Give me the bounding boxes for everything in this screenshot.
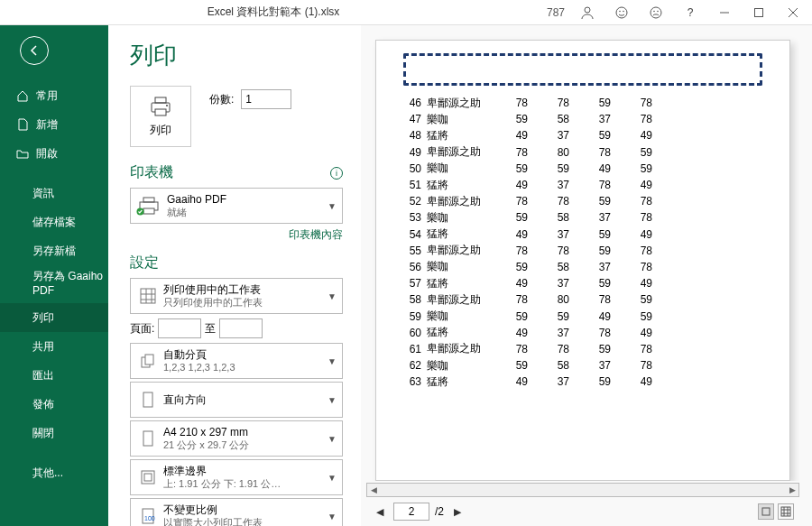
pages-from-label: 頁面: — [130, 321, 154, 337]
table-row: 51猛將49377849 — [403, 177, 762, 193]
sad-icon[interactable] — [641, 0, 671, 25]
svg-point-4 — [651, 7, 661, 18]
info-icon[interactable]: i — [330, 167, 343, 180]
table-row: 47樂咖59583778 — [403, 111, 762, 127]
chevron-down-icon: ▼ — [328, 291, 337, 301]
page-nav: ◀ /2 ▶ — [372, 503, 466, 521]
table-row: 57猛將49375949 — [403, 275, 762, 291]
printer-selector[interactable]: Gaaiho PDF 就緒 ▼ — [130, 188, 343, 224]
window-title: Excel 資料比對範本 (1).xlsx — [0, 5, 547, 20]
page-icon — [136, 429, 160, 448]
nav-share[interactable]: 共用 — [0, 332, 108, 361]
setting-paper[interactable]: A4 210 x 297 mm21 公分 x 29.7 公分 ▼ — [130, 420, 343, 457]
svg-rect-33 — [781, 507, 790, 516]
nav-close[interactable]: 關閉 — [0, 419, 108, 448]
setting-margins[interactable]: 標準邊界上: 1.91 公分 下: 1.91 公… ▼ — [130, 459, 343, 495]
chevron-down-icon: ▼ — [328, 434, 337, 444]
titlebar: Excel 資料比對範本 (1).xlsx 787 ? — [0, 0, 812, 25]
nav-new[interactable]: 新增 — [0, 110, 108, 139]
close-button[interactable] — [778, 0, 808, 25]
copies-label: 份數: — [209, 92, 234, 107]
file-icon — [16, 118, 29, 131]
table-row: 62樂咖59583778 — [403, 357, 762, 374]
back-button[interactable] — [20, 36, 49, 65]
pages-to-input[interactable] — [219, 318, 263, 338]
margins-icon — [136, 468, 160, 486]
nav-other[interactable]: 其他... — [0, 458, 108, 487]
account-icon[interactable] — [572, 0, 603, 25]
svg-point-1 — [616, 7, 627, 18]
table-row: 50樂咖59594959 — [403, 161, 762, 177]
printer-properties-link[interactable]: 印表機內容 — [130, 227, 343, 243]
account-number: 787 — [547, 6, 565, 19]
maximize-button[interactable] — [743, 0, 774, 25]
svg-rect-17 — [143, 208, 154, 214]
nav-open[interactable]: 開啟 — [0, 139, 108, 168]
preview-footer: ◀ /2 ▶ — [366, 497, 799, 526]
setting-scale[interactable]: 100 不變更比例以實際大小列印工作表 ▼ — [130, 498, 343, 526]
smile-icon[interactable] — [606, 0, 637, 25]
nav-saveas-pdf[interactable]: 另存為 Gaaiho PDF — [0, 265, 108, 303]
main: 常用 新增 開啟 資訊 儲存檔案 另存新檔 另存為 Gaaiho PDF 列印 … — [0, 25, 812, 526]
table-row: 49卑鄙源之助78807859 — [403, 144, 762, 161]
zoom-controls — [758, 503, 794, 520]
svg-rect-25 — [145, 355, 153, 365]
collate-icon — [136, 352, 160, 370]
svg-rect-12 — [155, 97, 166, 103]
svg-text:100: 100 — [144, 515, 155, 521]
zoom-margins-button[interactable] — [778, 503, 794, 520]
current-page-input[interactable] — [393, 503, 429, 521]
page-range-row: 頁面: 至 — [130, 317, 343, 340]
table-row: 60猛將49377849 — [403, 325, 762, 341]
svg-point-0 — [585, 7, 590, 13]
printer-icon — [148, 96, 173, 117]
copies-input[interactable] — [241, 89, 291, 109]
horizontal-scrollbar[interactable]: ◀ ▶ — [366, 483, 799, 497]
help-icon[interactable]: ? — [675, 0, 706, 25]
svg-point-5 — [653, 10, 655, 12]
nav-new-label: 新增 — [36, 117, 58, 133]
nav-saveas[interactable]: 另存新檔 — [0, 236, 108, 265]
chevron-down-icon: ▼ — [328, 512, 337, 521]
svg-rect-13 — [155, 109, 166, 115]
scroll-right-button[interactable]: ▶ — [786, 485, 798, 494]
zoom-page-button[interactable] — [758, 503, 774, 520]
nav-open-label: 開啟 — [36, 146, 58, 161]
folder-icon — [16, 147, 29, 160]
table-row: 54猛將49375949 — [403, 226, 762, 243]
ready-check-icon — [136, 208, 144, 216]
svg-point-6 — [657, 10, 659, 12]
svg-rect-27 — [143, 431, 152, 446]
table-row: 53樂咖59583778 — [403, 209, 762, 226]
nav-publish[interactable]: 發佈 — [0, 390, 108, 419]
svg-rect-29 — [144, 474, 152, 481]
setting-orientation[interactable]: 直向方向 ▼ — [130, 382, 343, 418]
printer-device-icon — [136, 197, 161, 215]
next-page-button[interactable]: ▶ — [449, 503, 466, 520]
svg-rect-16 — [143, 198, 154, 202]
setting-print-area[interactable]: 列印使用中的工作表只列印使用中的工作表 ▼ — [130, 278, 343, 314]
print-button[interactable]: 列印 — [130, 86, 191, 147]
portrait-icon — [136, 391, 160, 409]
nav-info[interactable]: 資訊 — [0, 179, 108, 208]
minimize-button[interactable] — [709, 0, 740, 25]
pages-to-label: 至 — [205, 321, 216, 337]
nav-export[interactable]: 匯出 — [0, 361, 108, 390]
pages-from-input[interactable] — [158, 318, 201, 338]
content: 列印 列印 份數: 印表機 i — [108, 25, 812, 526]
svg-rect-8 — [755, 8, 763, 16]
scale-icon: 100 — [136, 507, 160, 525]
preview-scroll[interactable]: 46卑鄙源之助7878597847樂咖5958377848猛將493759494… — [366, 36, 799, 481]
preview-pane: 46卑鄙源之助7878597847樂咖5958377848猛將493759494… — [361, 25, 812, 526]
nav-save[interactable]: 儲存檔案 — [0, 208, 108, 236]
selection-box — [403, 53, 762, 86]
nav-print[interactable]: 列印 — [0, 303, 108, 332]
nav-home[interactable]: 常用 — [0, 81, 108, 110]
setting-collate[interactable]: 自動分頁1,2,3 1,2,3 1,2,3 ▼ — [130, 343, 343, 379]
table-row: 61卑鄙源之助78785978 — [403, 341, 762, 357]
nav-home-label: 常用 — [36, 88, 58, 104]
prev-page-button[interactable]: ◀ — [372, 503, 388, 520]
svg-rect-28 — [142, 471, 154, 484]
svg-rect-19 — [141, 289, 155, 303]
scroll-left-button[interactable]: ◀ — [367, 485, 380, 494]
